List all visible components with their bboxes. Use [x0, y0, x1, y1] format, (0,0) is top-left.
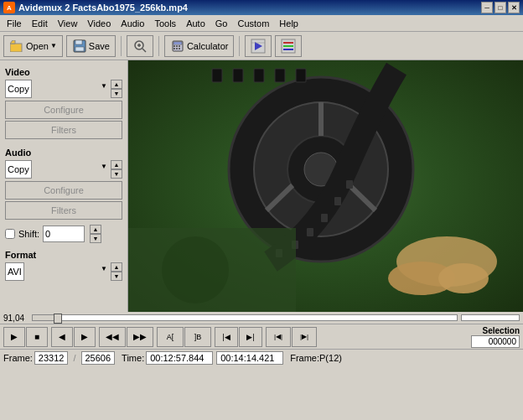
encode-button[interactable] — [245, 35, 272, 57]
shift-up[interactable]: ▲ — [90, 225, 101, 234]
svg-rect-11 — [176, 45, 178, 47]
back-skip-button[interactable]: ◀◀ — [99, 327, 126, 347]
video-codec-row: Copy ▲ ▼ — [5, 80, 122, 98]
minimize-button[interactable]: ─ — [481, 2, 493, 13]
progress-bar-right[interactable] — [461, 314, 520, 321]
transport-group-ab: A[ ]B — [157, 327, 211, 347]
menu-go[interactable]: Go — [210, 17, 233, 30]
selection-label: Selection — [483, 326, 520, 335]
format-select[interactable]: AVI — [5, 262, 24, 281]
selection-value: 000000 — [471, 335, 520, 348]
goto-start-button[interactable]: |◀ — [215, 327, 238, 347]
menu-help[interactable]: Help — [274, 17, 303, 30]
format-up[interactable]: ▲ — [111, 262, 122, 272]
shift-row: Shift: ▲ ▼ — [5, 225, 122, 243]
shift-input[interactable] — [43, 226, 85, 242]
transport-group-frame: ◀ ▶ — [51, 327, 96, 347]
shift-checkbox[interactable] — [5, 229, 15, 239]
audio-configure-button[interactable]: Configure — [5, 181, 122, 200]
next-frame-button[interactable]: ▶ — [74, 327, 96, 347]
video-filters-button[interactable]: Filters — [5, 121, 122, 139]
svg-rect-34 — [275, 69, 285, 82]
video-configure-button[interactable]: Configure — [5, 101, 122, 119]
titlebar: A Avidemux 2 FactsAbo1975_256kb.mp4 ─ □ … — [0, 0, 523, 15]
audio-codec-row: Copy ▲ ▼ — [5, 160, 122, 179]
menu-audio[interactable]: Audio — [116, 17, 149, 30]
toolbar-divider-3 — [239, 36, 240, 56]
menu-file[interactable]: File — [2, 17, 27, 30]
duration-value: 00:14:14.421 — [216, 351, 283, 365]
menu-view[interactable]: View — [53, 17, 83, 30]
transport-group-keyframe: |◀| |▶| — [266, 327, 317, 347]
menu-tools[interactable]: Tools — [149, 17, 181, 30]
audio-codec-select-wrap: Copy — [5, 160, 109, 179]
svg-rect-21 — [283, 45, 293, 47]
prev-frame-button[interactable]: ◀ — [51, 327, 73, 347]
titlebar-controls: ─ □ ✕ — [481, 2, 520, 13]
audio-filters-button[interactable]: Filters — [5, 201, 122, 220]
next-key-button[interactable]: |▶| — [292, 327, 317, 347]
menu-edit[interactable]: Edit — [27, 17, 53, 30]
prev-key-button[interactable]: |◀| — [266, 327, 291, 347]
toolbar-divider-2 — [158, 36, 159, 56]
menubar: File Edit View Video Audio Tools Auto Go… — [0, 15, 523, 32]
video-codec-up[interactable]: ▲ — [111, 80, 122, 89]
open-button[interactable]: Open ▼ — [3, 35, 63, 57]
audio-codec-select[interactable]: Copy — [5, 160, 32, 179]
titlebar-left: A Avidemux 2 FactsAbo1975_256kb.mp4 — [3, 2, 188, 13]
audio-codec-down[interactable]: ▼ — [111, 169, 122, 179]
menu-video[interactable]: Video — [82, 17, 116, 30]
zoom-in-icon — [132, 39, 148, 54]
audio-codec-up[interactable]: ▲ — [111, 160, 122, 169]
video-canvas — [128, 60, 523, 312]
open-icon — [9, 39, 24, 54]
main-area: Video Copy ▲ ▼ Configure Filters Audio C… — [0, 60, 523, 312]
encode-icon — [251, 39, 266, 54]
time-value: 00:12:57.844 — [146, 351, 213, 365]
time-label: Time: — [122, 353, 144, 363]
video-codec-down[interactable]: ▼ — [111, 89, 122, 98]
zoom-in-button[interactable] — [127, 35, 153, 57]
audio-section-label: Audio — [5, 148, 122, 158]
video-codec-arrows: ▲ ▼ — [111, 80, 122, 98]
settings-button[interactable] — [275, 35, 302, 57]
format-section-label: Format — [5, 250, 122, 260]
goto-end-button[interactable]: ▶| — [239, 327, 262, 347]
save-label: Save — [89, 41, 110, 51]
svg-rect-12 — [179, 45, 180, 47]
frame-type-value: Frame:P(12) — [290, 353, 342, 363]
transport-group-playback: ▶ ■ — [3, 327, 48, 347]
mark-a-button[interactable]: A[ — [157, 327, 184, 347]
shift-down[interactable]: ▼ — [90, 234, 101, 243]
transport-group-skip: ◀◀ ▶▶ — [99, 327, 153, 347]
format-select-wrap: AVI — [5, 262, 109, 281]
play-button[interactable]: ▶ — [3, 327, 25, 347]
left-panel: Video Copy ▲ ▼ Configure Filters Audio C… — [0, 60, 128, 312]
audio-codec-arrows: ▲ ▼ — [111, 160, 122, 179]
app-icon: A — [3, 2, 15, 13]
progress-bar[interactable] — [32, 314, 458, 321]
mark-b-button[interactable]: ]B — [184, 327, 211, 347]
open-label: Open — [26, 41, 49, 51]
save-button[interactable]: Save — [66, 35, 116, 57]
svg-rect-9 — [173, 42, 182, 44]
svg-rect-41 — [346, 180, 353, 189]
format-down[interactable]: ▼ — [111, 272, 122, 281]
menu-custom[interactable]: Custom — [232, 17, 274, 30]
svg-point-46 — [162, 236, 229, 303]
total-frames-value: 25606 — [81, 351, 116, 365]
close-button[interactable]: ✕ — [508, 2, 520, 13]
shift-label: Shift: — [18, 229, 39, 239]
maximize-button[interactable]: □ — [495, 2, 506, 13]
video-codec-select[interactable]: Copy — [5, 80, 32, 98]
shift-arrows: ▲ ▼ — [90, 225, 101, 243]
menu-auto[interactable]: Auto — [181, 17, 210, 30]
svg-rect-0 — [10, 44, 22, 52]
progress-bar-thumb[interactable] — [54, 314, 62, 324]
fwd-skip-button[interactable]: ▶▶ — [127, 327, 153, 347]
transport-group-goto: |◀ ▶| — [215, 327, 262, 347]
stop-button[interactable]: ■ — [26, 327, 48, 347]
svg-point-44 — [438, 263, 489, 293]
frame-field: Frame: 23312 — [3, 351, 68, 365]
calculator-button[interactable]: Calculator — [164, 35, 235, 57]
